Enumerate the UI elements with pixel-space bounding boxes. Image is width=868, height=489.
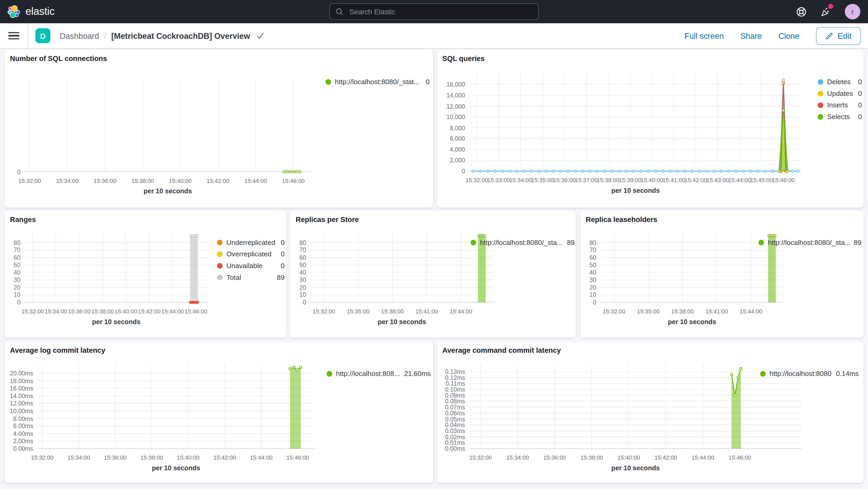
chart-canvas: [311, 232, 494, 303]
y-tick-label: 20: [568, 283, 596, 291]
panel-sql-queries: SQL queries per 10 seconds Deletes0Updat…: [437, 50, 864, 208]
legend-item[interactable]: Selects0: [818, 111, 862, 122]
news-feed-icon[interactable]: [820, 6, 831, 17]
x-tick-label: 15:35:00: [633, 308, 664, 315]
legend-label: Unavailable: [226, 262, 277, 269]
legend-item[interactable]: Updates0: [818, 88, 862, 99]
x-tick-label: 15:34:00: [52, 177, 83, 184]
chart-plot-area[interactable]: [25, 232, 208, 303]
toolbar-actions: Full screen Share Clone Edit: [685, 27, 861, 44]
edit-button[interactable]: Edit: [816, 27, 861, 44]
chart-plot-area[interactable]: [469, 364, 802, 449]
help-icon[interactable]: [796, 6, 807, 17]
x-tick-label: 15:34:00: [502, 454, 533, 461]
legend-item[interactable]: http://localhost:8080/_sta...89: [471, 237, 575, 248]
x-tick-label: 15:42:00: [203, 177, 233, 184]
user-avatar[interactable]: r: [845, 4, 861, 20]
chart-legend: http://localhost:8080...0.14ms: [760, 368, 859, 379]
legend-label: http://localhost:8080...: [770, 370, 832, 377]
legend-color-dot: [217, 239, 222, 245]
legend-item[interactable]: http://localhost:8080/_stat...0: [326, 76, 430, 88]
x-tick-label: 15:46:00: [724, 454, 755, 461]
y-tick-label: 10: [0, 291, 21, 299]
full-screen-button[interactable]: Full screen: [685, 31, 724, 40]
legend-item[interactable]: Unavailable0: [217, 260, 284, 272]
y-tick-label: 0.13ms: [437, 368, 465, 375]
x-tick-label: 15:44:00: [736, 308, 767, 315]
x-tick-label: 15:41:00: [411, 308, 442, 315]
y-tick-label: 6.00ms: [5, 422, 33, 430]
menu-icon[interactable]: [8, 32, 20, 40]
chart-canvas: [25, 78, 311, 172]
y-tick-label: 16.00ms: [5, 385, 33, 392]
chart-plot-area[interactable]: [600, 232, 783, 303]
chart-plot-area[interactable]: [25, 78, 311, 172]
legend-value: 89: [854, 238, 862, 246]
clone-button[interactable]: Clone: [778, 31, 800, 40]
legend-item[interactable]: http://localhost:8080...0.14ms: [760, 368, 859, 379]
y-tick-label: 16,000: [437, 81, 465, 88]
x-tick-label: 15:32:00: [308, 308, 339, 315]
panel-replica-leaseholders: Replica leaseholders per 10 seconds http…: [580, 211, 864, 338]
y-tick-label: 14,000: [437, 91, 465, 99]
elastic-home-link[interactable]: elastic: [7, 5, 55, 19]
panel-average-log-commit-latency: Average log commit latency per 10 second…: [4, 342, 433, 483]
title-check-icon[interactable]: [256, 32, 264, 39]
panel-title: Replica leaseholders: [586, 215, 657, 224]
x-tick-label: 15:44:00: [445, 308, 476, 315]
y-tick-label: 10: [278, 291, 306, 299]
chart-legend: Underreplicated0Overreplicated0Unavailab…: [217, 237, 284, 283]
dashboard-app-badge[interactable]: D: [35, 28, 50, 43]
y-tick-label: 0: [568, 299, 596, 306]
legend-item[interactable]: Deletes0: [818, 76, 862, 88]
x-tick-label: 15:38:00: [136, 454, 167, 461]
legend-item[interactable]: http://localhost:8080/_sta...89: [758, 237, 861, 248]
y-tick-label: 2,000: [437, 156, 465, 164]
legend-item[interactable]: http://localhost:808...21.60ms: [327, 368, 431, 379]
search-input[interactable]: [348, 7, 533, 17]
dashboard-page: elastic: [0, 0, 868, 489]
legend-color-dot: [327, 371, 332, 376]
global-search[interactable]: [330, 3, 539, 20]
y-tick-label: 0: [0, 168, 21, 176]
y-tick-label: 2.00ms: [5, 437, 33, 445]
legend-color-dot: [326, 79, 331, 84]
chart-plot-area[interactable]: [311, 232, 494, 303]
x-tick-label: 15:46:00: [768, 177, 799, 183]
legend-item[interactable]: Total89: [217, 272, 284, 283]
panel-replicas-per-store: Replicas per Store per 10 seconds http:/…: [290, 211, 576, 338]
panel-title: Replicas per Store: [296, 215, 359, 224]
panel-average-command-commit-latency: Average command commit latency per 10 se…: [437, 342, 864, 483]
chart-plot-area[interactable]: [38, 364, 315, 449]
y-tick-label: 10.00ms: [5, 407, 33, 415]
legend-label: Deletes: [827, 78, 854, 86]
y-tick-label: 18.00ms: [5, 377, 33, 385]
y-tick-label: 4,000: [437, 146, 465, 153]
chart-plot-area[interactable]: [469, 72, 802, 171]
y-tick-label: 4.00ms: [5, 430, 33, 437]
y-tick-label: 50: [568, 261, 596, 269]
legend-item[interactable]: Inserts0: [818, 99, 862, 111]
x-tick-label: 15:38:00: [667, 308, 698, 315]
share-button[interactable]: Share: [740, 31, 762, 40]
panel-ranges: Ranges per 10 seconds Underreplicated0Ov…: [4, 211, 286, 338]
panel-title: Ranges: [10, 215, 36, 224]
legend-item[interactable]: Overreplicated0: [217, 248, 284, 260]
legend-color-dot: [217, 263, 222, 268]
panel-number-of-sql-connections: Number of SQL connections per 10 seconds…: [4, 50, 433, 208]
chart-canvas: [469, 72, 802, 171]
legend-item[interactable]: Underreplicated0: [217, 237, 284, 248]
chart-legend: http://localhost:8080/_sta...89: [758, 237, 861, 248]
y-tick-label: 60: [278, 253, 306, 261]
elastic-logo-icon: [7, 5, 21, 19]
pencil-icon: [826, 32, 833, 40]
legend-value: 21.60ms: [404, 370, 431, 377]
breadcrumb-dashboard-link[interactable]: Dashboard: [60, 31, 99, 40]
y-tick-label: 0: [437, 167, 465, 175]
legend-label: http://localhost:8080/_sta...: [480, 238, 563, 246]
legend-color-dot: [818, 114, 823, 119]
chart-legend: http://localhost:808...21.60ms: [327, 368, 431, 379]
y-tick-label: 70: [0, 246, 21, 254]
x-tick-label: 15:36:00: [100, 454, 131, 461]
brand-name: elastic: [26, 5, 55, 18]
